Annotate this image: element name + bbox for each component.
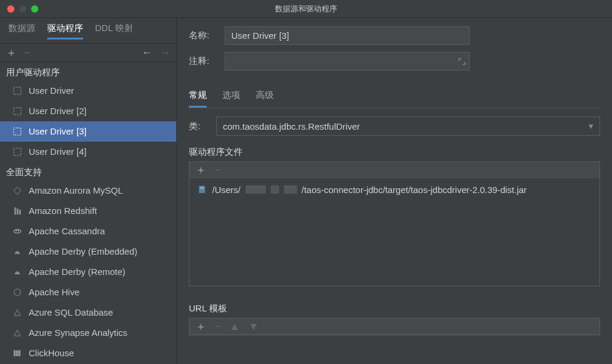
derby-icon [12,267,23,277]
sidebar-tabs: 数据源 驱动程序 DDL 映射 [0,18,176,44]
sidebar-item-clickhouse[interactable]: ClickHouse [0,343,176,363]
svg-point-10 [16,230,17,231]
file-path-suffix: /taos-connector-jdbc/target/taos-jdbcdri… [302,185,527,195]
driver-file-item[interactable]: /Users/ /taos-connector-jdbc/target/taos… [189,182,599,197]
add-url-button[interactable]: ＋ [195,321,206,332]
sidebar-item-amazon-redshift[interactable]: Amazon Redshift [0,201,176,221]
sidebar-item-label: Apache Derby (Remote) [29,265,126,279]
sidebar-item-user-driver-3[interactable]: User Driver [3] [0,121,176,142]
derby-icon [12,246,23,257]
comment-label: 注释: [189,56,216,67]
aurora-icon [12,185,23,196]
driver-files-list[interactable]: /Users/ /taos-connector-jdbc/target/taos… [189,178,599,286]
move-down-button[interactable]: ▼ [248,321,259,332]
svg-rect-18 [199,186,205,193]
group-header-full-support: 全面支持 [0,162,176,181]
cassandra-icon [12,226,23,237]
driver-files-toolbar: ＋ − [189,162,599,178]
sidebar-item-user-driver[interactable]: User Driver [0,81,176,101]
sidebar-item-label: Azure Synapse Analytics [29,326,127,340]
name-input[interactable] [225,26,470,45]
add-button[interactable]: ＋ [6,47,17,58]
redacted-segment [246,185,266,194]
sidebar-item-azure-sql-database[interactable]: Azure SQL Database [0,302,176,323]
chevron-down-icon: ▾ [589,121,593,131]
sidebar-item-label: User Driver [3] [29,124,87,139]
svg-rect-5 [14,148,21,155]
sidebar-item-apache-derby-embedded[interactable]: Apache Derby (Embedded) [0,241,176,262]
group-header-user-drivers: 用户驱动程序 [0,62,176,81]
class-label: 类: [189,121,207,132]
class-select[interactable]: com.taosdata.jdbc.rs.RestfulDriver ▾ [216,117,600,136]
sidebar-item-apache-derby-remote[interactable]: Apache Derby (Remote) [0,262,176,282]
url-templates-toolbar: ＋ − ▲ ▼ [189,319,599,335]
detail-tabs: 常规 选项 高级 [189,86,600,108]
expand-comment-button[interactable] [457,54,467,68]
tab-ddl-mapping[interactable]: DDL 映射 [95,23,133,39]
azure-icon [12,328,23,338]
svg-rect-8 [19,210,21,215]
sidebar-item-label: Azure SQL Database [29,305,113,320]
svg-point-11 [18,230,19,231]
sidebar: 数据源 驱动程序 DDL 映射 ＋ − ← → 用户驱动程序 User Driv… [0,18,177,364]
svg-point-9 [14,230,21,233]
svg-rect-20 [200,188,204,189]
back-button[interactable]: ← [142,47,152,58]
remove-button[interactable]: − [24,47,30,58]
driver-files-label: 驱动程序文件 [189,146,600,158]
url-templates-panel: ＋ − ▲ ▼ [189,318,600,335]
add-file-button[interactable]: ＋ [195,164,206,175]
tab-datasources[interactable]: 数据源 [8,23,35,39]
remove-url-button[interactable]: − [215,321,221,332]
sidebar-item-user-driver-4[interactable]: User Driver [4] [0,142,176,162]
redacted-segment [271,185,279,194]
clickhouse-icon [12,348,23,359]
svg-rect-19 [200,187,204,188]
svg-rect-2 [14,87,21,94]
sidebar-item-amazon-aurora-mysql[interactable]: Amazon Aurora MySQL [0,181,176,201]
class-value: com.taosdata.jdbc.rs.RestfulDriver [223,121,360,131]
expand-icon [458,58,466,65]
forward-button[interactable]: → [160,47,170,58]
svg-rect-4 [14,128,21,135]
window-controls [0,5,38,13]
svg-rect-3 [14,108,21,115]
sidebar-item-label: Amazon Aurora MySQL [29,183,123,198]
sidebar-item-apache-cassandra[interactable]: Apache Cassandra [0,221,176,241]
titlebar: 数据源和驱动程序 [0,0,612,18]
sidebar-list[interactable]: 用户驱动程序 User Driver User Driver [2] User … [0,62,176,364]
sidebar-item-apache-hive[interactable]: Apache Hive [0,282,176,302]
remove-file-button[interactable]: − [215,164,221,175]
sidebar-toolbar: ＋ − ← → [0,44,176,62]
window-title: 数据源和驱动程序 [0,4,612,14]
close-window-button[interactable] [7,5,14,13]
hive-icon [12,287,23,298]
driver-icon [12,146,23,157]
sidebar-item-user-driver-2[interactable]: User Driver [2] [0,101,176,121]
move-up-button[interactable]: ▲ [230,321,240,332]
sidebar-item-label: Apache Hive [29,285,79,299]
redshift-icon [12,206,23,216]
minimize-window-button[interactable] [19,5,26,13]
driver-icon [12,106,23,117]
svg-rect-6 [14,207,16,215]
driver-icon [12,126,23,137]
maximize-window-button[interactable] [31,5,38,13]
tab-drivers[interactable]: 驱动程序 [47,23,83,39]
content-panel: 名称: 注释: 常规 选项 高级 类: com.taosdata.jdbc.rs… [177,18,612,364]
tab-advanced[interactable]: 高级 [256,86,274,108]
sidebar-item-label: User Driver [29,84,74,98]
tab-options[interactable]: 选项 [222,86,240,108]
name-label: 名称: [189,30,216,41]
url-templates-label: URL 模板 [189,303,600,314]
sidebar-item-label: Amazon Redshift [29,204,97,218]
jar-icon [197,184,207,195]
tab-general[interactable]: 常规 [189,86,207,108]
file-path-prefix: /Users/ [212,185,241,195]
redacted-segment [284,185,297,194]
sidebar-item-label: ClickHouse [29,346,74,360]
sidebar-item-azure-synapse-analytics[interactable]: Azure Synapse Analytics [0,323,176,343]
comment-input[interactable] [225,52,470,71]
driver-icon [12,85,23,96]
driver-files-panel: ＋ − /Users/ /taos-connector-jdbc/target/… [189,161,600,286]
